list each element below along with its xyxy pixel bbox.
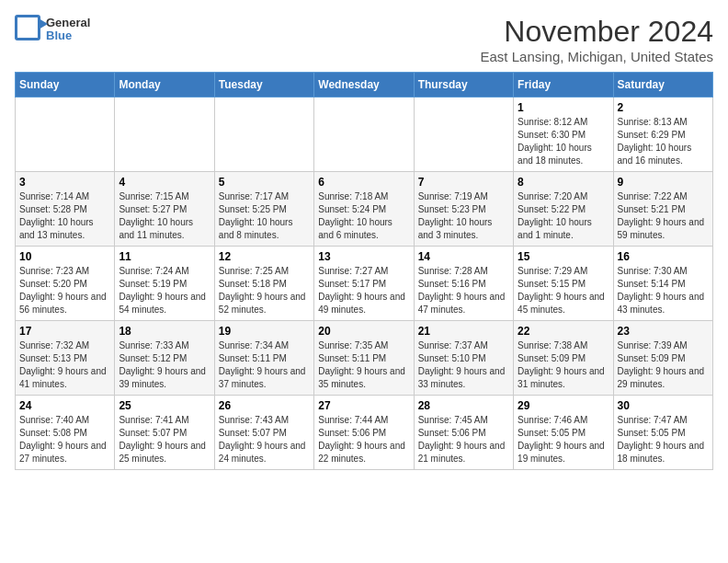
day-header-thursday: Thursday	[414, 73, 513, 98]
day-number: 19	[219, 325, 310, 338]
day-header-saturday: Saturday	[613, 73, 712, 98]
logo-general: General	[46, 17, 90, 29]
day-number: 24	[19, 399, 110, 412]
calendar-cell: 6Sunrise: 7:18 AM Sunset: 5:24 PM Daylig…	[314, 172, 414, 247]
day-number: 5	[219, 176, 310, 189]
calendar-cell: 3Sunrise: 7:14 AM Sunset: 5:28 PM Daylig…	[16, 172, 115, 247]
calendar-cell: 25Sunrise: 7:41 AM Sunset: 5:07 PM Dayli…	[115, 396, 214, 470]
calendar-cell	[115, 98, 214, 172]
calendar-cell: 5Sunrise: 7:17 AM Sunset: 5:25 PM Daylig…	[214, 172, 313, 247]
day-number: 12	[219, 250, 310, 263]
day-number: 25	[119, 399, 210, 412]
day-number: 11	[119, 250, 210, 263]
day-header-sunday: Sunday	[16, 73, 115, 98]
calendar-cell: 11Sunrise: 7:24 AM Sunset: 5:19 PM Dayli…	[115, 247, 214, 321]
header: General Blue November 2024 East Lansing,…	[15, 15, 713, 64]
day-number: 26	[219, 399, 310, 412]
calendar-cell	[414, 98, 513, 172]
calendar-cell: 13Sunrise: 7:27 AM Sunset: 5:17 PM Dayli…	[314, 247, 414, 321]
day-info: Sunrise: 7:34 AM Sunset: 5:11 PM Dayligh…	[219, 339, 310, 391]
day-info: Sunrise: 7:17 AM Sunset: 5:25 PM Dayligh…	[219, 190, 310, 242]
calendar-cell	[16, 98, 115, 172]
day-info: Sunrise: 8:13 AM Sunset: 6:29 PM Dayligh…	[618, 116, 709, 167]
day-number: 4	[119, 176, 210, 189]
calendar-week-4: 17Sunrise: 7:32 AM Sunset: 5:13 PM Dayli…	[16, 321, 713, 396]
calendar-cell: 27Sunrise: 7:44 AM Sunset: 5:06 PM Dayli…	[314, 396, 414, 470]
day-number: 14	[418, 250, 509, 263]
calendar-cell: 22Sunrise: 7:38 AM Sunset: 5:09 PM Dayli…	[514, 321, 613, 396]
day-info: Sunrise: 7:43 AM Sunset: 5:07 PM Dayligh…	[219, 414, 310, 465]
calendar-cell: 18Sunrise: 7:33 AM Sunset: 5:12 PM Dayli…	[115, 321, 214, 396]
day-header-monday: Monday	[115, 73, 214, 98]
day-number: 23	[618, 325, 709, 338]
calendar-cell: 26Sunrise: 7:43 AM Sunset: 5:07 PM Dayli…	[214, 396, 313, 470]
day-header-friday: Friday	[514, 73, 613, 98]
calendar-cell: 16Sunrise: 7:30 AM Sunset: 5:14 PM Dayli…	[613, 247, 712, 321]
day-number: 18	[119, 325, 210, 338]
day-info: Sunrise: 7:33 AM Sunset: 5:12 PM Dayligh…	[119, 339, 210, 391]
day-number: 3	[19, 176, 110, 189]
day-info: Sunrise: 7:46 AM Sunset: 5:05 PM Dayligh…	[518, 414, 609, 465]
day-info: Sunrise: 7:38 AM Sunset: 5:09 PM Dayligh…	[518, 339, 609, 391]
day-number: 27	[318, 399, 409, 412]
day-number: 30	[618, 399, 709, 412]
day-number: 7	[418, 176, 509, 189]
month-title: November 2024	[481, 15, 713, 49]
day-info: Sunrise: 7:15 AM Sunset: 5:27 PM Dayligh…	[119, 190, 210, 242]
day-number: 28	[418, 399, 509, 412]
logo-words: General Blue	[46, 17, 90, 43]
logo-graphic	[15, 15, 44, 44]
calendar: SundayMondayTuesdayWednesdayThursdayFrid…	[15, 72, 713, 470]
day-info: Sunrise: 7:41 AM Sunset: 5:07 PM Dayligh…	[119, 414, 210, 465]
calendar-cell	[214, 98, 313, 172]
calendar-cell: 7Sunrise: 7:19 AM Sunset: 5:23 PM Daylig…	[414, 172, 513, 247]
day-number: 6	[318, 176, 409, 189]
calendar-cell: 28Sunrise: 7:45 AM Sunset: 5:06 PM Dayli…	[414, 396, 513, 470]
calendar-cell: 8Sunrise: 7:20 AM Sunset: 5:22 PM Daylig…	[514, 172, 613, 247]
calendar-cell: 15Sunrise: 7:29 AM Sunset: 5:15 PM Dayli…	[514, 247, 613, 321]
title-area: November 2024 East Lansing, Michigan, Un…	[481, 15, 713, 64]
calendar-week-3: 10Sunrise: 7:23 AM Sunset: 5:20 PM Dayli…	[16, 247, 713, 321]
day-info: Sunrise: 8:12 AM Sunset: 6:30 PM Dayligh…	[518, 116, 609, 167]
calendar-week-5: 24Sunrise: 7:40 AM Sunset: 5:08 PM Dayli…	[16, 396, 713, 470]
day-number: 13	[318, 250, 409, 263]
day-number: 29	[518, 399, 609, 412]
logo: General Blue	[15, 15, 90, 44]
calendar-cell: 30Sunrise: 7:47 AM Sunset: 5:05 PM Dayli…	[613, 396, 712, 470]
day-info: Sunrise: 7:24 AM Sunset: 5:19 PM Dayligh…	[119, 265, 210, 316]
day-info: Sunrise: 7:29 AM Sunset: 5:15 PM Dayligh…	[518, 265, 609, 316]
day-info: Sunrise: 7:44 AM Sunset: 5:06 PM Dayligh…	[318, 414, 409, 465]
calendar-cell: 9Sunrise: 7:22 AM Sunset: 5:21 PM Daylig…	[613, 172, 712, 247]
calendar-week-1: 1Sunrise: 8:12 AM Sunset: 6:30 PM Daylig…	[16, 98, 713, 172]
day-number: 15	[518, 250, 609, 263]
calendar-cell	[314, 98, 414, 172]
calendar-header-row: SundayMondayTuesdayWednesdayThursdayFrid…	[16, 73, 713, 98]
calendar-cell: 10Sunrise: 7:23 AM Sunset: 5:20 PM Dayli…	[16, 247, 115, 321]
day-number: 17	[19, 325, 110, 338]
day-info: Sunrise: 7:20 AM Sunset: 5:22 PM Dayligh…	[518, 190, 609, 242]
day-info: Sunrise: 7:30 AM Sunset: 5:14 PM Dayligh…	[618, 265, 709, 316]
calendar-cell: 23Sunrise: 7:39 AM Sunset: 5:09 PM Dayli…	[613, 321, 712, 396]
day-header-tuesday: Tuesday	[214, 73, 313, 98]
calendar-cell: 4Sunrise: 7:15 AM Sunset: 5:27 PM Daylig…	[115, 172, 214, 247]
day-number: 20	[318, 325, 409, 338]
day-info: Sunrise: 7:40 AM Sunset: 5:08 PM Dayligh…	[19, 414, 110, 465]
calendar-cell: 24Sunrise: 7:40 AM Sunset: 5:08 PM Dayli…	[16, 396, 115, 470]
day-header-wednesday: Wednesday	[314, 73, 414, 98]
calendar-week-2: 3Sunrise: 7:14 AM Sunset: 5:28 PM Daylig…	[16, 172, 713, 247]
day-number: 2	[618, 101, 709, 114]
calendar-cell: 14Sunrise: 7:28 AM Sunset: 5:16 PM Dayli…	[414, 247, 513, 321]
day-info: Sunrise: 7:39 AM Sunset: 5:09 PM Dayligh…	[618, 339, 709, 391]
day-info: Sunrise: 7:28 AM Sunset: 5:16 PM Dayligh…	[418, 265, 509, 316]
calendar-cell: 2Sunrise: 8:13 AM Sunset: 6:29 PM Daylig…	[613, 98, 712, 172]
day-number: 16	[618, 250, 709, 263]
calendar-cell: 29Sunrise: 7:46 AM Sunset: 5:05 PM Dayli…	[514, 396, 613, 470]
day-info: Sunrise: 7:35 AM Sunset: 5:11 PM Dayligh…	[318, 339, 409, 391]
day-info: Sunrise: 7:25 AM Sunset: 5:18 PM Dayligh…	[219, 265, 310, 316]
day-number: 9	[618, 176, 709, 189]
day-info: Sunrise: 7:19 AM Sunset: 5:23 PM Dayligh…	[418, 190, 509, 242]
calendar-cell: 21Sunrise: 7:37 AM Sunset: 5:10 PM Dayli…	[414, 321, 513, 396]
day-info: Sunrise: 7:37 AM Sunset: 5:10 PM Dayligh…	[418, 339, 509, 391]
day-info: Sunrise: 7:14 AM Sunset: 5:28 PM Dayligh…	[19, 190, 110, 242]
day-info: Sunrise: 7:32 AM Sunset: 5:13 PM Dayligh…	[19, 339, 110, 391]
